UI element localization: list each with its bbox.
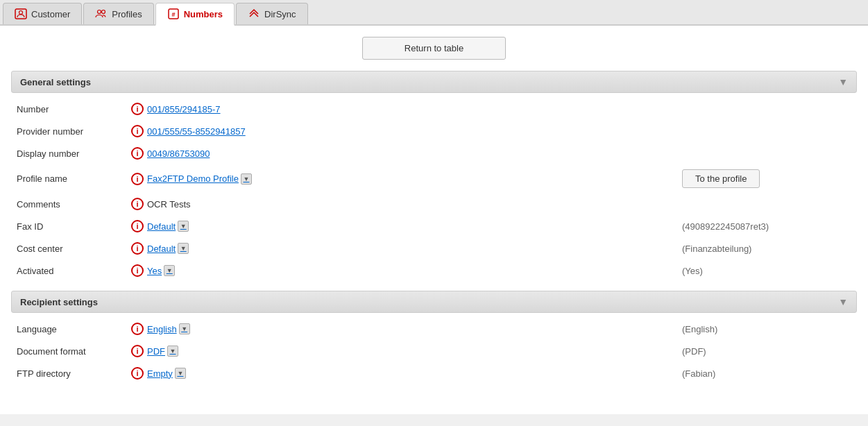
recipient-settings-title: Recipient settings [20, 297, 98, 307]
ftp-directory-dropdown-arrow[interactable]: ▼ [175, 368, 186, 379]
tab-dirsync-label: DirSync [264, 9, 296, 19]
fax-id-info-icon[interactable]: i [131, 220, 144, 232]
tab-customer-label: Customer [31, 9, 70, 19]
number-label: Number [17, 104, 128, 114]
language-dropdown-arrow[interactable]: ▼ [179, 323, 190, 334]
return-bar: Return to table [11, 37, 857, 60]
language-label: Language [17, 324, 128, 334]
numbers-icon: # [167, 8, 180, 20]
document-format-secondary: (PDF) [671, 346, 851, 357]
comments-info-wrap: i [128, 198, 147, 210]
general-settings-header: General settings ▼ [11, 71, 857, 93]
display-number-info-wrap: i [128, 147, 147, 160]
activated-dropdown[interactable]: Yes ▼ [147, 265, 175, 276]
document-format-label: Document format [17, 346, 128, 357]
field-row-cost-center: Cost center i Default ▼ (Finanzabteilung… [11, 242, 857, 255]
profile-name-dropdown[interactable]: Fax2FTP Demo Profile ▼ [147, 173, 252, 185]
recipient-settings-header: Recipient settings ▼ [11, 291, 857, 313]
profile-name-action: To the profile [671, 169, 851, 188]
language-secondary: (English) [671, 324, 851, 334]
ftp-directory-secondary: (Fabian) [671, 368, 851, 379]
fax-id-dropdown-arrow[interactable]: ▼ [178, 221, 189, 232]
tab-numbers[interactable]: # Numbers [155, 3, 235, 26]
display-number-info-icon[interactable]: i [131, 147, 144, 160]
ftp-directory-info-wrap: i [128, 367, 147, 380]
cost-center-secondary: (Finanzabteilung) [671, 244, 851, 254]
document-format-dropdown[interactable]: PDF ▼ [147, 346, 178, 357]
svg-point-3 [102, 10, 105, 14]
svg-text:#: # [171, 11, 175, 18]
fax-id-dropdown[interactable]: Default ▼ [147, 221, 189, 232]
field-row-language: Language i English ▼ (English) [11, 323, 857, 335]
activated-value: Yes ▼ [147, 265, 671, 276]
provider-number-info-wrap: i [128, 125, 147, 137]
field-row-comments: Comments i OCR Tests [11, 198, 857, 210]
ftp-directory-dropdown[interactable]: Empty ▼ [147, 368, 186, 379]
cost-center-dropdown-arrow[interactable]: ▼ [178, 243, 189, 254]
activated-dropdown-arrow[interactable]: ▼ [164, 265, 175, 276]
document-format-value: PDF ▼ [147, 346, 671, 357]
provider-number-value[interactable]: 001/555/55-8552941857 [147, 126, 671, 137]
comments-value: OCR Tests [147, 199, 671, 210]
fax-id-label: Fax ID [17, 221, 128, 232]
display-number-label: Display number [17, 148, 128, 159]
display-number-value[interactable]: 0049/86753090 [147, 148, 671, 159]
document-format-info-wrap: i [128, 345, 147, 357]
recipient-settings-section: Recipient settings ▼ Language i English … [11, 291, 857, 380]
general-settings-collapse-icon[interactable]: ▼ [838, 76, 848, 87]
field-row-fax-id: Fax ID i Default ▼ (4908922245087ret3) [11, 220, 857, 232]
tab-dirsync[interactable]: DirSync [236, 3, 308, 24]
to-the-profile-button[interactable]: To the profile [682, 169, 760, 188]
cost-center-label: Cost center [17, 244, 128, 254]
tab-profiles[interactable]: Profiles [83, 3, 153, 24]
field-row-number: Number i 001/855/294185-7 [11, 103, 857, 115]
language-dropdown[interactable]: English ▼ [147, 323, 190, 334]
field-row-provider-number: Provider number i 001/555/55-8552941857 [11, 125, 857, 137]
ftp-directory-label: FTP directory [17, 368, 128, 379]
field-row-display-number: Display number i 0049/86753090 [11, 147, 857, 160]
cost-center-info-icon[interactable]: i [131, 242, 144, 255]
field-row-ftp-directory: FTP directory i Empty ▼ (Fabian) [11, 367, 857, 380]
svg-point-1 [19, 11, 23, 15]
profile-name-label: Profile name [17, 173, 128, 184]
fax-id-secondary: (4908922245087ret3) [671, 221, 851, 232]
profile-name-value: Fax2FTP Demo Profile ▼ [147, 173, 671, 185]
comments-label: Comments [17, 199, 128, 210]
tab-numbers-label: Numbers [184, 9, 223, 19]
return-to-table-button[interactable]: Return to table [362, 37, 506, 60]
recipient-settings-collapse-icon[interactable]: ▼ [838, 296, 848, 307]
cost-center-value: Default ▼ [147, 243, 671, 254]
dirsync-icon [248, 8, 260, 20]
activated-label: Activated [17, 266, 128, 276]
fax-id-value: Default ▼ [147, 221, 671, 232]
document-format-info-icon[interactable]: i [131, 345, 144, 357]
svg-point-2 [98, 10, 101, 14]
main-content: Return to table General settings ▼ Numbe… [0, 26, 868, 414]
profile-name-info-icon[interactable]: i [131, 173, 144, 185]
number-info-icon-wrap: i [128, 103, 147, 115]
cost-center-dropdown[interactable]: Default ▼ [147, 243, 189, 254]
language-value: English ▼ [147, 323, 671, 334]
field-row-document-format: Document format i PDF ▼ (PDF) [11, 345, 857, 357]
number-value[interactable]: 001/855/294185-7 [147, 104, 671, 114]
comments-info-icon[interactable]: i [131, 198, 144, 210]
tab-customer[interactable]: Customer [3, 3, 82, 24]
tab-profiles-label: Profiles [112, 9, 142, 19]
activated-info-wrap: i [128, 264, 147, 277]
field-row-profile-name: Profile name i Fax2FTP Demo Profile ▼ To… [11, 169, 857, 188]
profile-name-dropdown-arrow[interactable]: ▼ [241, 173, 252, 185]
ftp-directory-value: Empty ▼ [147, 368, 671, 379]
cost-center-info-wrap: i [128, 242, 147, 255]
language-info-wrap: i [128, 323, 147, 335]
customer-icon [15, 8, 27, 20]
fax-id-info-wrap: i [128, 220, 147, 232]
number-info-icon[interactable]: i [131, 103, 144, 115]
provider-number-info-icon[interactable]: i [131, 125, 144, 137]
tab-bar: Customer Profiles # Numbers DirSync [0, 0, 868, 26]
language-info-icon[interactable]: i [131, 323, 144, 335]
activated-info-icon[interactable]: i [131, 264, 144, 277]
document-format-dropdown-arrow[interactable]: ▼ [167, 346, 178, 357]
ftp-directory-info-icon[interactable]: i [131, 367, 144, 380]
general-settings-title: General settings [20, 77, 91, 87]
general-settings-section: General settings ▼ Number i 001/855/2941… [11, 71, 857, 277]
